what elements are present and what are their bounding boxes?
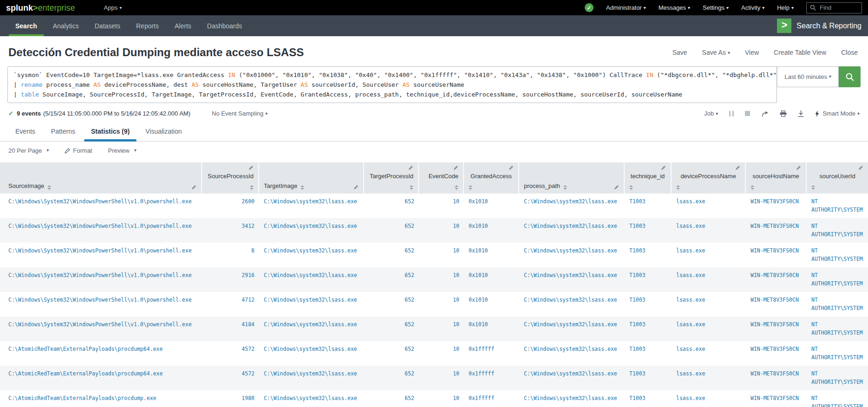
edit-column-icon[interactable] — [453, 165, 458, 170]
action-view[interactable]: View — [745, 49, 759, 56]
cell-sourceuserid[interactable]: NT AUTHORITY\SYSTEM — [807, 292, 868, 317]
cell-grantedaccess[interactable]: 0x1fffff — [464, 390, 519, 407]
cell-targetprocessid[interactable]: 652 — [364, 194, 419, 218]
apps-menu[interactable]: Apps — [104, 4, 122, 11]
cell-eventcode[interactable]: 10 — [419, 317, 464, 341]
cell-targetimage[interactable]: C:\Windows\system32\lsass.exe — [259, 243, 364, 267]
edit-column-icon[interactable] — [353, 185, 359, 190]
cell-targetimage[interactable]: C:\Windows\system32\lsass.exe — [259, 366, 364, 390]
cell-sourceprocessid[interactable]: 4712 — [202, 292, 259, 317]
search-mode-menu[interactable]: Smart Mode — [815, 110, 860, 117]
cell-targetprocessid[interactable]: 652 — [364, 267, 419, 292]
col-header-grantedaccess[interactable]: GrantedAccess — [464, 162, 519, 194]
cell-targetprocessid[interactable]: 652 — [364, 292, 419, 317]
appnav-dashboards[interactable]: Dashboards — [199, 15, 250, 36]
cell-grantedaccess[interactable]: 0x1010 — [464, 218, 519, 243]
action-save-as[interactable]: Save As — [702, 49, 730, 56]
col-header-technique-id[interactable]: technique_id — [625, 162, 672, 194]
cell-sourceimage[interactable]: C:\AtomicRedTeam\ExternalPayloads\procdu… — [0, 366, 202, 390]
find-box[interactable] — [806, 2, 862, 13]
cell-eventcode[interactable]: 10 — [419, 390, 464, 407]
cell-process-path[interactable]: C:\Windows\system32\lsass.exe — [519, 390, 625, 407]
pause-button[interactable] — [729, 111, 734, 116]
cell-targetimage[interactable]: C:\Windows\system32\lsass.exe — [259, 317, 364, 341]
cell-process-path[interactable]: C:\Windows\system32\lsass.exe — [519, 218, 625, 243]
cell-technique-id[interactable]: T1003 — [625, 243, 672, 267]
cell-sourcehostname[interactable]: WIN-MET8V3FS0CN — [746, 267, 807, 292]
cell-sourceuserid[interactable]: NT AUTHORITY\SYSTEM — [807, 267, 868, 292]
cell-sourceimage[interactable]: C:\Windows\System32\WindowsPowerShell\v1… — [0, 218, 202, 243]
cell-sourcehostname[interactable]: WIN-MET8V3FS0CN — [746, 292, 807, 317]
cell-sourcehostname[interactable]: WIN-MET8V3FS0CN — [746, 390, 807, 407]
tab-statistics-9[interactable]: Statistics (9) — [83, 123, 137, 141]
menu-settings[interactable]: Settings — [703, 4, 729, 11]
appnav-search[interactable]: Search — [7, 15, 45, 36]
edit-column-icon[interactable] — [191, 185, 196, 190]
cell-process-path[interactable]: C:\Windows\system32\lsass.exe — [519, 243, 625, 267]
time-range-picker[interactable]: Last 60 minutes — [777, 66, 839, 87]
appnav-analytics[interactable]: Analytics — [45, 15, 87, 36]
edit-column-icon[interactable] — [248, 165, 254, 170]
cell-technique-id[interactable]: T1003 — [625, 390, 672, 407]
cell-sourceprocessid[interactable]: 3412 — [202, 218, 259, 243]
cell-sourceimage[interactable]: C:\Windows\System32\WindowsPowerShell\v1… — [0, 317, 202, 341]
cell-targetimage[interactable]: C:\Windows\system32\lsass.exe — [259, 267, 364, 292]
cell-technique-id[interactable]: T1003 — [625, 292, 672, 317]
col-header-sourceimage[interactable]: SourceImage — [0, 162, 202, 194]
cell-eventcode[interactable]: 10 — [419, 366, 464, 390]
col-header-targetprocessid[interactable]: TargetProcessId — [364, 162, 419, 194]
col-header-sourcehostname[interactable]: sourceHostName — [746, 162, 807, 194]
cell-targetprocessid[interactable]: 652 — [364, 341, 419, 366]
cell-sourcehostname[interactable]: WIN-MET8V3FS0CN — [746, 341, 807, 366]
cell-deviceprocessname[interactable]: lsass.exe — [672, 341, 746, 366]
cell-sourcehostname[interactable]: WIN-MET8V3FS0CN — [746, 317, 807, 341]
cell-sourceuserid[interactable]: NT AUTHORITY\SYSTEM — [807, 341, 868, 366]
cell-sourceuserid[interactable]: NT AUTHORITY\SYSTEM — [807, 390, 868, 407]
cell-deviceprocessname[interactable]: lsass.exe — [672, 194, 746, 218]
appnav-reports[interactable]: Reports — [128, 15, 167, 36]
cell-technique-id[interactable]: T1003 — [625, 366, 672, 390]
cell-process-path[interactable]: C:\Windows\system32\lsass.exe — [519, 366, 625, 390]
menu-administrator[interactable]: Administrator — [606, 4, 646, 11]
cell-targetprocessid[interactable]: 652 — [364, 317, 419, 341]
cell-sourceuserid[interactable]: NT AUTHORITY\SYSTEM — [807, 194, 868, 218]
cell-sourceprocessid[interactable]: 2916 — [202, 267, 259, 292]
find-input[interactable] — [819, 4, 858, 12]
search-button[interactable] — [839, 66, 861, 87]
tab-patterns[interactable]: Patterns — [43, 123, 83, 141]
cell-eventcode[interactable]: 10 — [419, 267, 464, 292]
cell-deviceprocessname[interactable]: lsass.exe — [672, 267, 746, 292]
search-query-input[interactable]: `sysmon` EventCode=10 TargetImage=*lsass… — [7, 66, 777, 103]
splunk-logo[interactable]: splunk>enterprise — [6, 4, 75, 12]
cell-targetimage[interactable]: C:\Windows\system32\lsass.exe — [259, 341, 364, 366]
cell-deviceprocessname[interactable]: lsass.exe — [672, 317, 746, 341]
stop-button[interactable] — [745, 111, 750, 116]
cell-sourceimage[interactable]: C:\Windows\System32\WindowsPowerShell\v1… — [0, 194, 202, 218]
job-menu[interactable]: Job — [704, 110, 718, 117]
edit-column-icon[interactable] — [735, 165, 740, 170]
per-page-menu[interactable]: 20 Per Page — [8, 147, 49, 154]
cell-sourceimage[interactable]: C:\Windows\System32\WindowsPowerShell\v1… — [0, 267, 202, 292]
cell-technique-id[interactable]: T1003 — [625, 218, 672, 243]
col-header-sourceprocessid[interactable]: SourceProcessId — [202, 162, 259, 194]
menu-messages[interactable]: Messages — [659, 4, 690, 11]
cell-technique-id[interactable]: T1003 — [625, 341, 672, 366]
tab-events[interactable]: Events — [7, 123, 43, 141]
action-save[interactable]: Save — [672, 49, 687, 56]
cell-technique-id[interactable]: T1003 — [625, 267, 672, 292]
edit-column-icon[interactable] — [858, 165, 863, 170]
cell-sourceuserid[interactable]: NT AUTHORITY\SYSTEM — [807, 218, 868, 243]
cell-targetprocessid[interactable]: 652 — [364, 366, 419, 390]
print-button[interactable] — [780, 110, 787, 117]
preview-menu[interactable]: Preview — [108, 147, 136, 154]
appnav-datasets[interactable]: Datasets — [87, 15, 128, 36]
edit-column-icon[interactable] — [614, 185, 619, 190]
event-sampling-menu[interactable]: No Event Sampling — [212, 110, 268, 117]
cell-process-path[interactable]: C:\Windows\system32\lsass.exe — [519, 267, 625, 292]
cell-eventcode[interactable]: 10 — [419, 292, 464, 317]
cell-targetimage[interactable]: C:\Windows\system32\lsass.exe — [259, 292, 364, 317]
cell-sourceuserid[interactable]: NT AUTHORITY\SYSTEM — [807, 243, 868, 267]
share-button[interactable] — [761, 110, 769, 117]
cell-targetprocessid[interactable]: 652 — [364, 390, 419, 407]
cell-process-path[interactable]: C:\Windows\system32\lsass.exe — [519, 317, 625, 341]
